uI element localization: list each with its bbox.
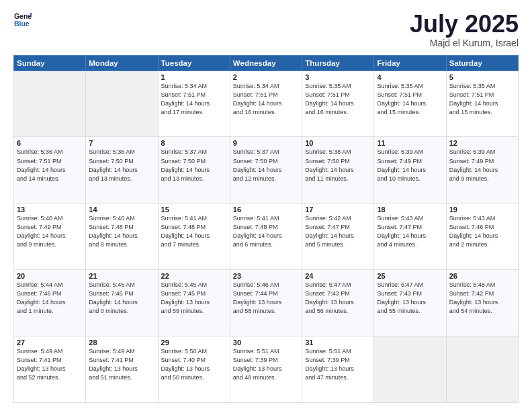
day-info: Sunrise: 5:45 AM Sunset: 7:45 PM Dayligh… [89, 281, 154, 316]
day-info: Sunrise: 5:43 AM Sunset: 7:47 PM Dayligh… [377, 214, 443, 249]
day-info: Sunrise: 5:35 AM Sunset: 7:51 PM Dayligh… [305, 82, 371, 117]
day-info: Sunrise: 5:34 AM Sunset: 7:51 PM Dayligh… [233, 82, 299, 117]
table-row: 18Sunrise: 5:43 AM Sunset: 7:47 PM Dayli… [374, 203, 446, 270]
day-number: 27 [17, 338, 83, 347]
table-row: 7Sunrise: 5:36 AM Sunset: 7:50 PM Daylig… [86, 137, 158, 203]
table-row: 20Sunrise: 5:44 AM Sunset: 7:46 PM Dayli… [14, 270, 86, 336]
day-info: Sunrise: 5:36 AM Sunset: 7:50 PM Dayligh… [89, 148, 154, 183]
col-sunday: Sunday [14, 55, 86, 71]
table-row [86, 71, 158, 137]
day-number: 22 [161, 272, 227, 280]
table-row: 22Sunrise: 5:45 AM Sunset: 7:45 PM Dayli… [158, 270, 230, 336]
day-number: 31 [305, 338, 371, 347]
table-row: 9Sunrise: 5:37 AM Sunset: 7:50 PM Daylig… [230, 137, 302, 203]
day-info: Sunrise: 5:41 AM Sunset: 7:48 PM Dayligh… [233, 214, 299, 249]
table-row: 6Sunrise: 5:36 AM Sunset: 7:51 PM Daylig… [14, 137, 86, 203]
day-number: 19 [449, 205, 515, 214]
logo-icon: General Blue [13, 11, 32, 30]
table-row: 10Sunrise: 5:38 AM Sunset: 7:50 PM Dayli… [302, 137, 374, 203]
day-info: Sunrise: 5:45 AM Sunset: 7:45 PM Dayligh… [161, 281, 227, 316]
calendar-week-row: 27Sunrise: 5:49 AM Sunset: 7:41 PM Dayli… [14, 336, 519, 403]
day-number: 7 [89, 139, 154, 147]
day-number: 8 [161, 139, 227, 147]
day-info: Sunrise: 5:47 AM Sunset: 7:43 PM Dayligh… [305, 281, 371, 316]
calendar-table: Sunday Monday Tuesday Wednesday Thursday… [13, 55, 519, 403]
table-row: 19Sunrise: 5:43 AM Sunset: 7:46 PM Dayli… [446, 203, 518, 270]
day-info: Sunrise: 5:39 AM Sunset: 7:49 PM Dayligh… [377, 148, 443, 183]
col-thursday: Thursday [302, 55, 374, 71]
svg-text:Blue: Blue [14, 19, 30, 28]
day-number: 2 [233, 73, 299, 81]
col-tuesday: Tuesday [158, 55, 230, 71]
table-row: 14Sunrise: 5:40 AM Sunset: 7:48 PM Dayli… [86, 203, 158, 270]
day-number: 28 [89, 338, 154, 347]
day-number: 30 [233, 338, 299, 347]
day-number: 16 [233, 205, 299, 214]
day-info: Sunrise: 5:51 AM Sunset: 7:39 PM Dayligh… [305, 347, 371, 382]
table-row: 3Sunrise: 5:35 AM Sunset: 7:51 PM Daylig… [302, 71, 374, 137]
table-row: 16Sunrise: 5:41 AM Sunset: 7:48 PM Dayli… [230, 203, 302, 270]
table-row: 8Sunrise: 5:37 AM Sunset: 7:50 PM Daylig… [158, 137, 230, 203]
table-row: 17Sunrise: 5:42 AM Sunset: 7:47 PM Dayli… [302, 203, 374, 270]
day-number: 14 [89, 205, 154, 214]
day-info: Sunrise: 5:51 AM Sunset: 7:39 PM Dayligh… [233, 347, 299, 382]
table-row: 25Sunrise: 5:47 AM Sunset: 7:43 PM Dayli… [374, 270, 446, 336]
calendar-header-row: Sunday Monday Tuesday Wednesday Thursday… [14, 55, 519, 71]
day-number: 29 [161, 338, 227, 347]
day-info: Sunrise: 5:50 AM Sunset: 7:40 PM Dayligh… [161, 347, 227, 382]
day-info: Sunrise: 5:48 AM Sunset: 7:42 PM Dayligh… [449, 281, 515, 316]
table-row: 13Sunrise: 5:40 AM Sunset: 7:49 PM Dayli… [14, 203, 86, 270]
table-row: 4Sunrise: 5:35 AM Sunset: 7:51 PM Daylig… [374, 71, 446, 137]
table-row: 11Sunrise: 5:39 AM Sunset: 7:49 PM Dayli… [374, 137, 446, 203]
calendar-week-row: 6Sunrise: 5:36 AM Sunset: 7:51 PM Daylig… [14, 137, 519, 203]
day-info: Sunrise: 5:40 AM Sunset: 7:48 PM Dayligh… [89, 214, 154, 249]
col-friday: Friday [374, 55, 446, 71]
table-row: 23Sunrise: 5:46 AM Sunset: 7:44 PM Dayli… [230, 270, 302, 336]
table-row: 26Sunrise: 5:48 AM Sunset: 7:42 PM Dayli… [446, 270, 518, 336]
day-number: 18 [377, 205, 443, 214]
day-number: 6 [17, 139, 83, 147]
table-row [374, 336, 446, 403]
day-info: Sunrise: 5:49 AM Sunset: 7:41 PM Dayligh… [17, 347, 83, 382]
day-info: Sunrise: 5:41 AM Sunset: 7:48 PM Dayligh… [161, 214, 227, 249]
day-number: 13 [17, 205, 83, 214]
day-info: Sunrise: 5:38 AM Sunset: 7:50 PM Dayligh… [305, 148, 371, 183]
day-info: Sunrise: 5:42 AM Sunset: 7:47 PM Dayligh… [305, 214, 371, 249]
table-row: 12Sunrise: 5:39 AM Sunset: 7:49 PM Dayli… [446, 137, 518, 203]
day-number: 1 [161, 73, 227, 81]
day-info: Sunrise: 5:35 AM Sunset: 7:51 PM Dayligh… [377, 82, 443, 117]
day-number: 25 [377, 272, 443, 280]
table-row: 28Sunrise: 5:49 AM Sunset: 7:41 PM Dayli… [86, 336, 158, 403]
table-row: 21Sunrise: 5:45 AM Sunset: 7:45 PM Dayli… [86, 270, 158, 336]
day-number: 11 [377, 139, 443, 147]
table-row: 29Sunrise: 5:50 AM Sunset: 7:40 PM Dayli… [158, 336, 230, 403]
day-number: 20 [17, 272, 83, 280]
day-info: Sunrise: 5:46 AM Sunset: 7:44 PM Dayligh… [233, 281, 299, 316]
calendar-week-row: 20Sunrise: 5:44 AM Sunset: 7:46 PM Dayli… [14, 270, 519, 336]
day-info: Sunrise: 5:43 AM Sunset: 7:46 PM Dayligh… [449, 214, 515, 249]
table-row [14, 71, 86, 137]
day-number: 17 [305, 205, 371, 214]
day-info: Sunrise: 5:34 AM Sunset: 7:51 PM Dayligh… [161, 82, 227, 117]
day-info: Sunrise: 5:40 AM Sunset: 7:49 PM Dayligh… [17, 214, 83, 249]
table-row: 27Sunrise: 5:49 AM Sunset: 7:41 PM Dayli… [14, 336, 86, 403]
day-info: Sunrise: 5:36 AM Sunset: 7:51 PM Dayligh… [17, 148, 83, 183]
logo: General Blue [13, 11, 32, 30]
table-row: 31Sunrise: 5:51 AM Sunset: 7:39 PM Dayli… [302, 336, 374, 403]
col-wednesday: Wednesday [230, 55, 302, 71]
calendar-week-row: 13Sunrise: 5:40 AM Sunset: 7:49 PM Dayli… [14, 203, 519, 270]
table-row: 24Sunrise: 5:47 AM Sunset: 7:43 PM Dayli… [302, 270, 374, 336]
month-title: July 2025 [410, 11, 519, 38]
page-header: General Blue July 2025 Majd el Kurum, Is… [13, 11, 519, 48]
day-info: Sunrise: 5:49 AM Sunset: 7:41 PM Dayligh… [89, 347, 154, 382]
day-number: 26 [449, 272, 515, 280]
day-number: 10 [305, 139, 371, 147]
col-monday: Monday [86, 55, 158, 71]
title-block: July 2025 Majd el Kurum, Israel [410, 11, 519, 48]
col-saturday: Saturday [446, 55, 518, 71]
table-row: 15Sunrise: 5:41 AM Sunset: 7:48 PM Dayli… [158, 203, 230, 270]
day-info: Sunrise: 5:47 AM Sunset: 7:43 PM Dayligh… [377, 281, 443, 316]
day-number: 15 [161, 205, 227, 214]
day-number: 4 [377, 73, 443, 81]
day-info: Sunrise: 5:35 AM Sunset: 7:51 PM Dayligh… [449, 82, 515, 117]
